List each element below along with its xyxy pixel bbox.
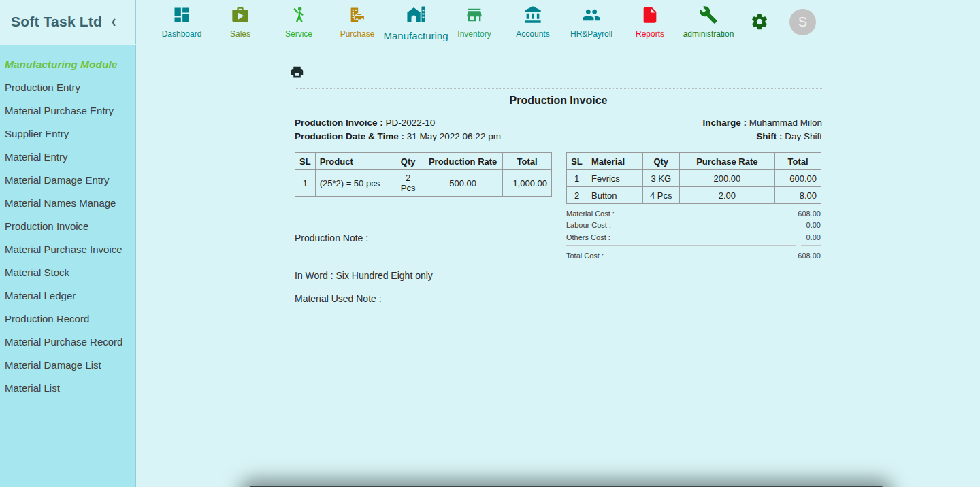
sales-bag-icon — [231, 5, 250, 27]
purchase-building-car-icon — [348, 5, 367, 27]
manufacturing-factory-icon — [405, 3, 427, 28]
nav-item-reports[interactable]: Reports — [621, 5, 679, 39]
col-header-total: Total — [503, 153, 552, 170]
invoice-meta: Production Invoice : PD-2022-10 Producti… — [295, 116, 822, 144]
sidebar-item-material-purchase-record[interactable]: Material Purchase Record — [5, 331, 135, 354]
settings-gear-icon[interactable] — [738, 12, 781, 31]
sidebar-item-material-entry[interactable]: Material Entry — [5, 146, 135, 169]
cell-qty: 3 KG — [642, 170, 679, 187]
total-cost-row: Total Cost : 608.00 — [566, 248, 821, 260]
sidebar-item-material-stock[interactable]: Material Stock — [5, 261, 135, 284]
material-cost-label: Material Cost : — [566, 209, 615, 218]
cell-total: 600.00 — [775, 170, 821, 187]
cell-qty: 4 Pcs — [642, 187, 679, 204]
product-table: SL Product Qty Production Rate Total 1 (… — [295, 152, 552, 197]
cell-sl: 2 — [567, 187, 587, 204]
sidebar-item-supplier-entry[interactable]: Supplier Entry — [5, 122, 135, 146]
invoice-number-value: PD-2022-10 — [386, 118, 436, 128]
material-cost-row: Material Cost : 608.00 — [566, 207, 821, 220]
invoice-datetime-line: Production Date & Time : 31 May 2022 06:… — [295, 130, 501, 144]
nav-label: Manufacturing — [383, 30, 448, 41]
col-header-purchase-rate: Purchase Rate — [679, 153, 774, 170]
cell-production-rate: 500.00 — [423, 170, 503, 197]
col-header-production-rate: Production Rate — [423, 153, 503, 170]
invoice-datetime-label: Production Date & Time : — [295, 131, 404, 141]
material-table-row: 2 Button 4 Pcs 2.00 8.00 — [567, 187, 821, 204]
accounts-bank-icon — [523, 5, 542, 27]
invoice-number-label: Production Invoice : — [295, 118, 383, 128]
sidebar-item-production-entry[interactable]: Production Entry — [5, 76, 135, 99]
product-table-header-row: SL Product Qty Production Rate Total — [295, 153, 552, 170]
product-table-row: 1 (25*2) = 50 pcs 2 Pcs 500.00 1,000.00 — [295, 170, 552, 197]
total-cost-label: Total Cost : — [566, 252, 604, 260]
nav-label: Accounts — [516, 29, 549, 39]
nav-item-manufacturing[interactable]: Manufacturing — [387, 3, 445, 41]
material-table-row: 1 Fevrics 3 KG 200.00 600.00 — [567, 170, 821, 187]
sidebar-item-material-purchase-entry[interactable]: Material Purchase Entry — [5, 99, 135, 122]
in-word-text: In Word : Six Hundred Eight only — [295, 270, 433, 281]
nav-label: Service — [285, 29, 312, 39]
administration-wrench-icon — [699, 5, 718, 27]
sidebar-collapse-chevron-icon[interactable]: ‹ — [112, 12, 116, 33]
main-content: Production Invoice Production Invoice : … — [137, 45, 980, 487]
sidebar-item-material-damage-list[interactable]: Material Damage List — [5, 354, 135, 377]
invoice-number-line: Production Invoice : PD-2022-10 — [295, 116, 501, 130]
service-person-icon — [289, 5, 308, 27]
col-header-sl: SL — [567, 153, 587, 170]
material-used-note-label: Material Used Note : — [295, 293, 382, 304]
cell-qty: 2 Pcs — [393, 170, 423, 197]
cell-sl: 1 — [567, 170, 587, 187]
nav-label: HR&Payroll — [570, 29, 612, 39]
cell-sl: 1 — [295, 170, 316, 197]
nav-label: administration — [683, 29, 734, 39]
col-header-sl: SL — [295, 153, 316, 170]
sidebar-item-production-record[interactable]: Production Record — [5, 307, 135, 331]
invoice-datetime-value: 31 May 2022 06:22 pm — [407, 131, 501, 141]
col-header-total: Total — [775, 153, 821, 170]
app-title: Soft Task Ltd — [11, 14, 102, 30]
sidebar-item-material-damage-entry[interactable]: Material Damage Entry — [5, 169, 135, 192]
nav-item-accounts[interactable]: Accounts — [504, 5, 562, 39]
others-cost-value: 0.00 — [806, 233, 821, 241]
cell-material: Fevrics — [587, 170, 642, 187]
incharge-label: Incharge : — [702, 118, 747, 128]
labour-cost-label: Labour Cost : — [566, 221, 611, 229]
material-cost-value: 608.00 — [798, 209, 821, 218]
nav-item-hr-payroll[interactable]: HR&Payroll — [562, 5, 621, 39]
col-header-product: Product — [315, 153, 393, 170]
material-table-header-row: SL Material Qty Purchase Rate Total — [567, 153, 821, 170]
nav-label: Purchase — [340, 29, 375, 39]
incharge-value: Muhammad Milon — [749, 118, 822, 128]
hr-payroll-people-icon — [582, 5, 601, 27]
production-note-label: Production Note : — [295, 233, 368, 244]
nav-item-purchase[interactable]: Purchase — [328, 5, 387, 39]
nav-item-administration[interactable]: administration — [679, 5, 738, 39]
cost-summary: Material Cost : 608.00 Labour Cost : 0.0… — [566, 207, 821, 260]
print-icon[interactable] — [290, 65, 305, 80]
sidebar: Manufacturing Module Production Entry Ma… — [0, 45, 136, 487]
cell-purchase-rate: 200.00 — [679, 170, 774, 187]
others-cost-row: Others Cost : 0.00 — [566, 231, 821, 244]
col-header-qty: Qty — [642, 153, 679, 170]
nav-label: Inventory — [457, 29, 491, 39]
nav-item-dashboard[interactable]: Dashboard — [152, 5, 211, 39]
sidebar-item-material-purchase-invoice[interactable]: Material Purchase Invoice — [5, 238, 135, 261]
cost-separator — [566, 245, 821, 246]
user-avatar[interactable]: S — [789, 9, 816, 35]
material-table: SL Material Qty Purchase Rate Total 1 Fe… — [566, 152, 821, 204]
cell-product: (25*2) = 50 pcs — [315, 170, 393, 197]
nav-item-service[interactable]: Service — [270, 5, 328, 39]
nav-label: Reports — [636, 29, 664, 39]
col-header-material: Material — [587, 153, 642, 170]
nav-item-sales[interactable]: Sales — [211, 5, 270, 39]
shift-line: Shift : Day Shift — [702, 130, 822, 144]
sidebar-item-material-ledger[interactable]: Material Ledger — [5, 284, 135, 307]
brand: Soft Task Ltd ‹ — [0, 0, 136, 44]
nav-item-inventory[interactable]: Inventory — [445, 5, 504, 39]
sidebar-item-material-list[interactable]: Material List — [5, 377, 135, 400]
sidebar-item-production-invoice[interactable]: Production Invoice — [5, 215, 135, 238]
sidebar-item-material-names-manage[interactable]: Material Names Manage — [5, 192, 135, 215]
shift-value: Day Shift — [785, 131, 822, 141]
cell-total: 1,000.00 — [503, 170, 552, 197]
col-header-qty: Qty — [393, 153, 423, 170]
